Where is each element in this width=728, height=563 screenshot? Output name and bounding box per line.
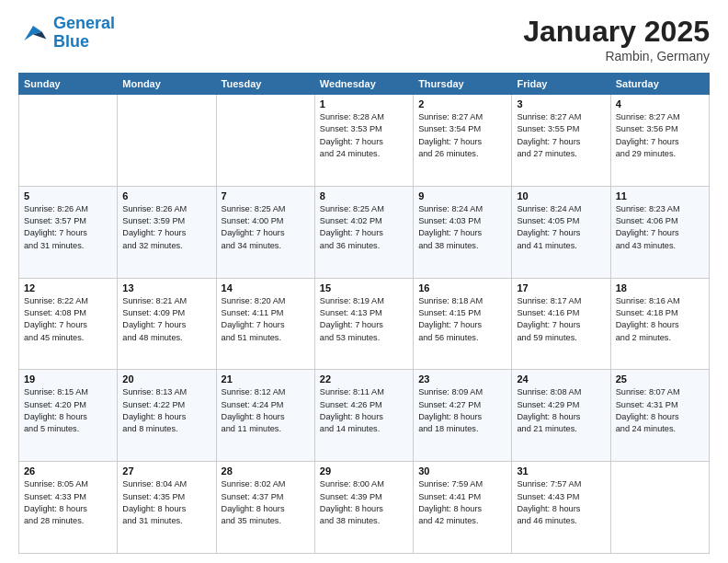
day-info: Sunrise: 7:59 AM Sunset: 4:41 PM Dayligh… [418,478,506,527]
table-row: 7Sunrise: 8:25 AM Sunset: 4:00 PM Daylig… [216,186,314,278]
day-number: 21 [222,373,310,385]
table-row: 6Sunrise: 8:26 AM Sunset: 3:59 PM Daylig… [118,186,216,278]
day-info: Sunrise: 8:27 AM Sunset: 3:55 PM Dayligh… [517,111,605,160]
day-number: 11 [616,190,704,201]
day-info: Sunrise: 8:11 AM Sunset: 4:26 PM Dayligh… [320,386,408,435]
day-number: 9 [418,190,506,201]
day-info: Sunrise: 8:21 AM Sunset: 4:09 PM Dayligh… [122,295,210,344]
day-number: 17 [517,282,605,293]
day-number: 23 [418,373,506,385]
day-number: 1 [320,98,408,109]
day-number: 10 [517,190,605,201]
day-number: 5 [24,190,112,201]
table-row: 28Sunrise: 8:02 AM Sunset: 4:37 PM Dayli… [216,462,314,554]
day-info: Sunrise: 8:24 AM Sunset: 4:03 PM Dayligh… [418,203,506,252]
day-info: Sunrise: 8:19 AM Sunset: 4:13 PM Dayligh… [320,295,408,344]
table-row: 27Sunrise: 8:04 AM Sunset: 4:35 PM Dayli… [118,462,216,554]
day-number: 20 [122,373,210,385]
table-row: 10Sunrise: 8:24 AM Sunset: 4:05 PM Dayli… [512,186,610,278]
table-row: 29Sunrise: 8:00 AM Sunset: 4:39 PM Dayli… [314,462,413,554]
day-number: 4 [616,98,704,109]
day-info: Sunrise: 8:17 AM Sunset: 4:16 PM Dayligh… [517,295,605,344]
table-row: 21Sunrise: 8:12 AM Sunset: 4:24 PM Dayli… [216,370,314,462]
day-number: 14 [222,282,310,293]
col-sunday: Sunday [19,74,118,95]
logo: General Blue [18,15,115,52]
table-row: 4Sunrise: 8:27 AM Sunset: 3:56 PM Daylig… [610,95,709,187]
calendar-week-row: 5Sunrise: 8:26 AM Sunset: 3:57 PM Daylig… [19,186,710,278]
day-number: 28 [222,465,310,477]
day-number: 30 [418,465,506,477]
day-number: 24 [517,373,605,385]
day-info: Sunrise: 8:24 AM Sunset: 4:05 PM Dayligh… [517,203,605,252]
col-friday: Friday [512,74,610,95]
day-info: Sunrise: 8:18 AM Sunset: 4:15 PM Dayligh… [418,295,506,344]
day-info: Sunrise: 8:26 AM Sunset: 3:57 PM Dayligh… [24,203,112,252]
table-row: 25Sunrise: 8:07 AM Sunset: 4:31 PM Dayli… [610,370,709,462]
day-number: 12 [24,282,112,293]
day-number: 15 [320,282,408,293]
table-row: 2Sunrise: 8:27 AM Sunset: 3:54 PM Daylig… [414,95,512,187]
day-info: Sunrise: 8:07 AM Sunset: 4:31 PM Dayligh… [616,386,704,435]
table-row: 5Sunrise: 8:26 AM Sunset: 3:57 PM Daylig… [19,186,118,278]
day-number: 6 [122,190,210,201]
calendar-title: January 2025 [523,15,710,49]
day-number: 29 [320,465,408,477]
col-tuesday: Tuesday [216,74,314,95]
logo-icon [18,18,48,48]
day-info: Sunrise: 8:20 AM Sunset: 4:11 PM Dayligh… [222,295,310,344]
table-row: 30Sunrise: 7:59 AM Sunset: 4:41 PM Dayli… [414,462,512,554]
table-row [19,95,118,187]
day-info: Sunrise: 8:08 AM Sunset: 4:29 PM Dayligh… [517,386,605,435]
table-row [118,95,216,187]
table-row: 11Sunrise: 8:23 AM Sunset: 4:06 PM Dayli… [610,186,709,278]
day-info: Sunrise: 8:09 AM Sunset: 4:27 PM Dayligh… [418,386,506,435]
day-info: Sunrise: 8:16 AM Sunset: 4:18 PM Dayligh… [616,295,704,344]
col-monday: Monday [118,74,216,95]
table-row: 22Sunrise: 8:11 AM Sunset: 4:26 PM Dayli… [314,370,413,462]
calendar-week-row: 26Sunrise: 8:05 AM Sunset: 4:33 PM Dayli… [19,462,710,554]
day-number: 3 [517,98,605,109]
table-row: 19Sunrise: 8:15 AM Sunset: 4:20 PM Dayli… [19,370,118,462]
table-row: 20Sunrise: 8:13 AM Sunset: 4:22 PM Dayli… [118,370,216,462]
table-row: 24Sunrise: 8:08 AM Sunset: 4:29 PM Dayli… [512,370,610,462]
day-info: Sunrise: 8:23 AM Sunset: 4:06 PM Dayligh… [616,203,704,252]
calendar-week-row: 1Sunrise: 8:28 AM Sunset: 3:53 PM Daylig… [19,95,710,187]
day-number: 7 [222,190,310,201]
table-row: 15Sunrise: 8:19 AM Sunset: 4:13 PM Dayli… [314,278,413,370]
calendar-week-row: 12Sunrise: 8:22 AM Sunset: 4:08 PM Dayli… [19,278,710,370]
day-info: Sunrise: 8:25 AM Sunset: 4:00 PM Dayligh… [222,203,310,252]
day-info: Sunrise: 8:12 AM Sunset: 4:24 PM Dayligh… [222,386,310,435]
table-row [216,95,314,187]
day-number: 18 [616,282,704,293]
day-info: Sunrise: 8:27 AM Sunset: 3:54 PM Dayligh… [418,111,506,160]
table-row: 23Sunrise: 8:09 AM Sunset: 4:27 PM Dayli… [414,370,512,462]
title-block: January 2025 Rambin, Germany [523,15,710,63]
day-info: Sunrise: 7:57 AM Sunset: 4:43 PM Dayligh… [517,478,605,527]
day-number: 27 [122,465,210,477]
calendar-subtitle: Rambin, Germany [523,49,710,63]
day-info: Sunrise: 8:02 AM Sunset: 4:37 PM Dayligh… [222,478,310,527]
col-saturday: Saturday [610,74,709,95]
logo-line1: General [53,14,115,32]
logo-text: General Blue [53,15,115,52]
day-info: Sunrise: 8:05 AM Sunset: 4:33 PM Dayligh… [24,478,112,527]
day-number: 25 [616,373,704,385]
logo-line2: Blue [53,32,89,51]
day-info: Sunrise: 8:22 AM Sunset: 4:08 PM Dayligh… [24,295,112,344]
day-number: 26 [24,465,112,477]
day-number: 16 [418,282,506,293]
day-number: 19 [24,373,112,385]
day-info: Sunrise: 8:15 AM Sunset: 4:20 PM Dayligh… [24,386,112,435]
calendar-table: Sunday Monday Tuesday Wednesday Thursday… [18,73,710,554]
table-row: 17Sunrise: 8:17 AM Sunset: 4:16 PM Dayli… [512,278,610,370]
table-row: 9Sunrise: 8:24 AM Sunset: 4:03 PM Daylig… [414,186,512,278]
day-number: 2 [418,98,506,109]
day-info: Sunrise: 8:28 AM Sunset: 3:53 PM Dayligh… [320,111,408,160]
day-info: Sunrise: 8:25 AM Sunset: 4:02 PM Dayligh… [320,203,408,252]
day-info: Sunrise: 8:27 AM Sunset: 3:56 PM Dayligh… [616,111,704,160]
table-row: 3Sunrise: 8:27 AM Sunset: 3:55 PM Daylig… [512,95,610,187]
day-number: 22 [320,373,408,385]
col-wednesday: Wednesday [314,74,413,95]
table-row: 8Sunrise: 8:25 AM Sunset: 4:02 PM Daylig… [314,186,413,278]
